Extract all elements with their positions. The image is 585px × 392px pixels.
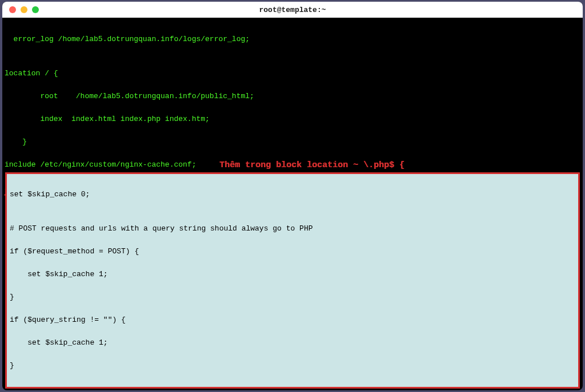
terminal-window: root@template:~ error_log /home/lab5.dot… [2,2,583,390]
highlighted-line: set $skip_cache 0; [10,189,575,200]
window-title: root@template:~ [259,6,326,14]
highlighted-line: if ($query_string != "") { [10,314,575,326]
highlighted-line: } [10,360,575,371]
minimize-button[interactable] [21,6,27,13]
highlighted-line: if ($request_method = POST) { [10,246,575,257]
highlighted-line: } [10,292,575,303]
highlighted-line: set $skip_cache 1; [10,269,575,280]
highlighted-line: # POST requests and urls with a query st… [10,223,575,235]
config-line: location / { [5,68,580,79]
config-line: root /home/lab5.dotrungquan.info/public_… [5,91,580,102]
annotation-label: Thêm trong block location ~ \.php$ { [219,160,404,170]
config-line: error_log /home/lab5.dotrungquan.info/lo… [5,34,580,45]
close-button[interactable] [9,6,16,13]
maximize-button[interactable] [32,6,39,13]
config-line: } [5,136,580,148]
title-bar: root@template:~ [2,2,583,18]
highlighted-code-box: set $skip_cache 0; # POST requests and u… [5,172,580,389]
highlighted-line: set $skip_cache 1; [10,337,575,349]
config-line: index index.html index.php index.htm; [5,114,580,125]
window-controls [9,6,39,13]
